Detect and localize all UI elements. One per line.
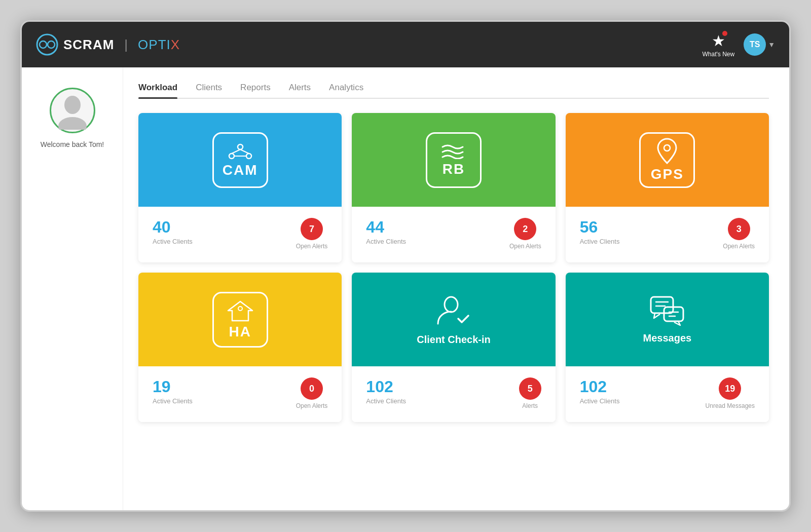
cam-card[interactable]: CAM 40 Active Clients 7 Open Alerts xyxy=(138,113,342,262)
tab-analytics[interactable]: Analytics xyxy=(329,83,363,98)
ha-alert-label: Open Alerts xyxy=(296,402,328,409)
gps-alerts: 3 Open Alerts xyxy=(723,218,755,250)
messages-stats: 102 Active Clients 19 Unread Messages xyxy=(566,366,769,422)
gps-card[interactable]: GPS 56 Active Clients 3 Open Alerts xyxy=(566,113,769,262)
logo: SCRAM | OPTIX xyxy=(36,33,180,56)
ha-icon-area: HA xyxy=(138,273,342,366)
cam-icon-area: CAM xyxy=(138,113,342,207)
tabs: Workload Clients Reports Alerts Analytic… xyxy=(138,83,769,99)
ha-icon-box: HA xyxy=(212,292,268,348)
messages-alert-label: Unread Messages xyxy=(706,402,755,409)
gps-active-clients: 56 Active Clients xyxy=(580,218,620,245)
messages-client-count: 102 xyxy=(580,377,607,396)
rb-alert-label: Open Alerts xyxy=(509,243,541,250)
rb-stats: 44 Active Clients 2 Open Alerts xyxy=(352,207,555,262)
ha-client-count: 19 xyxy=(153,377,171,396)
cam-stats: 40 Active Clients 7 Open Alerts xyxy=(138,207,342,262)
cards-grid: CAM 40 Active Clients 7 Open Alerts xyxy=(138,113,769,422)
svg-point-6 xyxy=(229,154,234,159)
welcome-message: Welcome back Tom! xyxy=(41,140,104,148)
messages-label: Messages xyxy=(643,332,692,344)
rb-icon-area: RB xyxy=(352,113,555,207)
svg-point-13 xyxy=(238,307,242,311)
rb-label: RB xyxy=(443,161,465,177)
gps-client-count: 56 xyxy=(580,218,598,237)
messages-alert-badge: 19 xyxy=(719,377,741,400)
checkin-client-count: 102 xyxy=(366,377,393,396)
logo-scram: SCRAM xyxy=(63,37,114,53)
tab-reports[interactable]: Reports xyxy=(240,83,271,98)
app-frame: SCRAM | OPTIX ★ What's New TS ▼ xyxy=(20,20,791,512)
user-profile-avatar xyxy=(50,88,95,133)
messages-active-clients: 102 Active Clients xyxy=(580,377,620,405)
checkin-alerts: 5 Alerts xyxy=(519,377,541,409)
cam-client-label: Active Clients xyxy=(153,238,193,245)
header-right: ★ What's New TS ▼ xyxy=(703,32,776,58)
rb-svg-icon xyxy=(440,143,467,159)
ha-alerts: 0 Open Alerts xyxy=(296,377,328,409)
messages-client-label: Active Clients xyxy=(580,397,620,405)
cam-label: CAM xyxy=(223,162,258,178)
content-area: Workload Clients Reports Alerts Analytic… xyxy=(123,67,789,510)
rb-card[interactable]: RB 44 Active Clients 2 Open Alerts xyxy=(352,113,555,262)
rb-active-clients: 44 Active Clients xyxy=(366,218,406,245)
cam-alert-label: Open Alerts xyxy=(296,243,328,250)
rb-client-count: 44 xyxy=(366,218,384,237)
sidebar: Welcome back Tom! xyxy=(22,67,123,510)
ha-stats: 19 Active Clients 0 Open Alerts xyxy=(138,366,342,422)
cam-client-count: 40 xyxy=(153,218,171,237)
gps-stats: 56 Active Clients 3 Open Alerts xyxy=(566,207,769,262)
gps-icon-area: GPS xyxy=(566,113,769,207)
gps-icon-box: GPS xyxy=(639,132,695,188)
logo-opti: OPTI xyxy=(138,37,171,53)
checkin-svg-icon xyxy=(436,293,471,329)
ha-card[interactable]: HA 19 Active Clients 0 Open Alerts xyxy=(138,273,342,422)
gps-alert-label: Open Alerts xyxy=(723,243,755,250)
rb-icon-box: RB xyxy=(426,132,482,188)
user-menu[interactable]: TS ▼ xyxy=(744,33,775,56)
cam-icon-box: CAM xyxy=(212,132,268,188)
logo-x: X xyxy=(171,37,180,53)
svg-point-11 xyxy=(664,145,670,151)
svg-point-4 xyxy=(58,117,87,130)
checkin-alert-badge: 5 xyxy=(519,377,541,400)
ha-client-label: Active Clients xyxy=(153,397,193,405)
svg-point-14 xyxy=(445,297,458,312)
scram-logo-icon xyxy=(36,33,58,56)
svg-point-7 xyxy=(246,154,251,159)
checkin-icon-area: Client Check-in xyxy=(352,273,555,366)
messages-alerts: 19 Unread Messages xyxy=(706,377,755,409)
header: SCRAM | OPTIX ★ What's New TS ▼ xyxy=(22,22,789,67)
tab-workload[interactable]: Workload xyxy=(138,83,177,98)
cam-svg-icon xyxy=(228,142,252,160)
person-icon xyxy=(55,92,90,130)
messages-svg-icon xyxy=(649,295,685,327)
user-dropdown-arrow[interactable]: ▼ xyxy=(768,41,775,49)
checkin-alert-label: Alerts xyxy=(522,402,538,409)
logo-divider: | xyxy=(124,37,128,53)
notification-dot xyxy=(722,31,727,36)
svg-point-1 xyxy=(40,41,47,48)
rb-alert-badge: 2 xyxy=(514,218,536,240)
tab-alerts[interactable]: Alerts xyxy=(289,83,311,98)
checkin-card[interactable]: Client Check-in 102 Active Clients 5 Ale… xyxy=(352,273,555,422)
rb-alerts: 2 Open Alerts xyxy=(509,218,541,250)
svg-line-9 xyxy=(240,149,249,154)
svg-rect-16 xyxy=(651,297,673,313)
gps-svg-icon xyxy=(657,138,677,164)
gps-label: GPS xyxy=(651,166,684,182)
whats-new-button[interactable]: ★ What's New xyxy=(703,32,735,58)
gps-alert-badge: 3 xyxy=(728,218,750,240)
gps-client-label: Active Clients xyxy=(580,238,620,245)
main-area: Welcome back Tom! Workload Clients Repor… xyxy=(22,67,789,510)
messages-card[interactable]: Messages 102 Active Clients 19 Unread Me… xyxy=(566,273,769,422)
checkin-label: Client Check-in xyxy=(417,334,491,346)
cam-active-clients: 40 Active Clients xyxy=(153,218,193,245)
cam-alerts: 7 Open Alerts xyxy=(296,218,328,250)
svg-point-3 xyxy=(64,96,81,114)
user-avatar[interactable]: TS xyxy=(744,33,766,56)
whats-new-label: What's New xyxy=(703,51,735,58)
tab-clients[interactable]: Clients xyxy=(196,83,222,98)
rb-client-label: Active Clients xyxy=(366,238,406,245)
checkin-stats: 102 Active Clients 5 Alerts xyxy=(352,366,555,422)
